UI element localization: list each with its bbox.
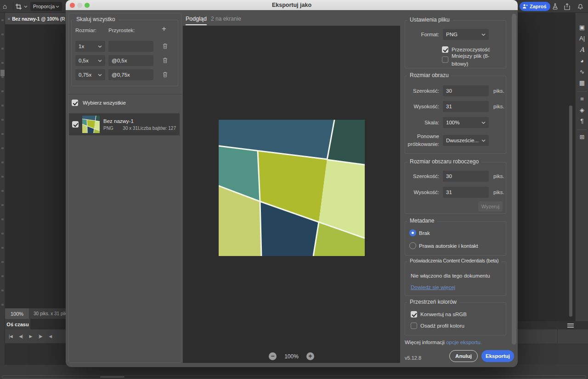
crop-tool-chevron-icon[interactable] xyxy=(24,6,28,8)
delete-scale-icon-2[interactable] xyxy=(162,57,168,64)
status-zoom[interactable]: 100% xyxy=(5,308,29,319)
embed-profile-row[interactable]: Osadź profil koloru xyxy=(411,323,464,329)
scale-size-dropdown-2[interactable]: 0,5x xyxy=(75,55,105,66)
learn-more-link[interactable]: Dowiedz się więcej xyxy=(411,284,455,290)
tools-panel[interactable] xyxy=(0,13,5,379)
cancel-button[interactable]: Anuluj xyxy=(449,350,478,362)
scale-suffix-input-1[interactable] xyxy=(108,41,153,52)
export-as-dialog: Eksportuj jako Skaluj wszystko Rozmiar: … xyxy=(66,0,518,367)
file-checkbox[interactable] xyxy=(72,121,79,128)
metadata-copyright-radio[interactable] xyxy=(409,242,416,249)
canvas-height-input[interactable]: 31 xyxy=(443,187,489,198)
dialog-left-panel: Skaluj wszystko Rozmiar: Przyrostek: + 1… xyxy=(66,10,183,366)
smaller-file-checkbox[interactable] xyxy=(442,56,448,63)
chevron-down-icon xyxy=(481,139,486,142)
select-all-checkbox[interactable] xyxy=(72,100,78,106)
timeline-body xyxy=(5,343,66,365)
format-dropdown[interactable]: PNG xyxy=(443,29,489,40)
delete-scale-icon-3[interactable] xyxy=(162,71,168,78)
canvas-width-label: Szerokość: xyxy=(405,173,439,179)
convert-srgb-checkbox[interactable] xyxy=(411,311,417,318)
character-panel-icon[interactable]: A| xyxy=(576,35,588,42)
properties-panel-icon[interactable]: ≡ xyxy=(576,96,588,102)
tab-preview[interactable]: Podgląd xyxy=(186,16,207,25)
image-size-section: Rozmiar obrazu Szerokość: 30 piks. Wysok… xyxy=(405,76,506,154)
select-all-row[interactable]: Wybierz wszystkie xyxy=(72,97,126,108)
layers-panel-icon[interactable]: ◈ xyxy=(576,107,588,113)
file-list-item[interactable]: Bez nazwy-1 PNG30 x 31Liczba bajtów: 127 xyxy=(69,113,180,135)
dialog-scrollbar-thumb[interactable] xyxy=(512,14,516,345)
export-options-link[interactable]: opcje eksportu. xyxy=(446,340,482,345)
delete-scale-icon-1[interactable] xyxy=(162,43,168,50)
tab-close-icon[interactable]: × xyxy=(7,16,10,22)
canvas-width-input[interactable]: 30 xyxy=(443,171,489,182)
proportion-dropdown[interactable]: Proporcja xyxy=(30,2,62,11)
metadata-section: Metadane Brak Prawa autorskie i kontakt xyxy=(405,221,506,256)
zoom-out-button[interactable]: − xyxy=(269,352,277,360)
metadata-none-row[interactable]: Brak xyxy=(409,229,430,236)
zoom-window-button[interactable] xyxy=(85,3,90,8)
color-panel-icon[interactable]: ◕ xyxy=(576,58,588,64)
beta-apps-icon[interactable] xyxy=(552,3,558,10)
scale-suffix-input-3[interactable]: @0,75x xyxy=(108,69,153,80)
file-name: Bez nazwy-1 xyxy=(103,118,176,124)
metadata-copyright-row[interactable]: Prawa autorskie i kontakt xyxy=(409,242,478,249)
tab-two-up[interactable]: 2 na ekranie xyxy=(211,16,241,22)
scale-dropdown[interactable]: 100% xyxy=(443,117,489,128)
embed-profile-checkbox[interactable] xyxy=(411,323,417,329)
image-width-input[interactable]: 30 xyxy=(443,85,489,96)
active-tool-highlight xyxy=(0,70,5,76)
canvas-width-unit: piks. xyxy=(493,173,504,179)
transparency-label: Przezroczystość xyxy=(452,47,490,52)
libraries-panel-icon[interactable]: ▣ xyxy=(576,24,588,31)
panel-menu-icon[interactable] xyxy=(567,323,574,328)
scale-size-dropdown-3[interactable]: 0,75x xyxy=(75,69,105,80)
previous-frame-button[interactable]: ◀| xyxy=(19,334,23,339)
glyphs-panel-icon[interactable]: A xyxy=(576,46,588,53)
transparency-row[interactable]: Przezroczystość xyxy=(442,46,490,53)
content-credentials-status: Nie włączono dla tego dokumentu xyxy=(411,273,490,279)
audio-button[interactable]: ◀ xyxy=(49,334,51,339)
bell-icon[interactable] xyxy=(577,3,583,10)
transparency-checkbox[interactable] xyxy=(442,46,448,53)
dialog-title-bar: Eksportuj jako xyxy=(66,0,518,10)
zoom-in-button[interactable]: + xyxy=(306,352,314,360)
invite-button[interactable]: Zaproś xyxy=(520,2,550,11)
go-to-first-frame-button[interactable]: |◀ xyxy=(9,334,12,339)
file-thumbnail xyxy=(82,116,100,133)
reset-button[interactable]: Wyzeruj xyxy=(478,201,503,212)
metadata-none-radio[interactable] xyxy=(409,229,416,236)
timeline-tab[interactable]: Oś czasu xyxy=(5,319,30,329)
home-icon[interactable]: ⌂ xyxy=(3,2,7,10)
next-frame-button[interactable]: |▶ xyxy=(39,334,42,339)
canvas-vertical-scrollbar[interactable] xyxy=(569,106,572,317)
scale-all-legend: Skaluj wszystko xyxy=(74,16,118,22)
minimize-window-button[interactable] xyxy=(77,3,82,8)
crop-tool-icon[interactable] xyxy=(16,4,22,10)
paths-panel-icon[interactable]: ∿ xyxy=(576,69,588,75)
resample-dropdown[interactable]: Dwuszeście... xyxy=(443,135,489,146)
image-height-input[interactable]: 31 xyxy=(443,101,489,112)
scale-all-section: Skaluj wszystko Rozmiar: Przyrostek: + 1… xyxy=(71,20,178,86)
bottom-right-panel xyxy=(518,321,588,365)
scale-size-dropdown-1[interactable]: 1x xyxy=(75,41,105,52)
close-window-button[interactable] xyxy=(70,3,75,8)
document-tab[interactable]: ×Bez nazwy-1 @ 100% (R xyxy=(5,13,66,24)
paragraph-panel-icon[interactable]: ¶ xyxy=(576,118,588,124)
export-button[interactable]: Eksportuj xyxy=(481,350,514,362)
add-scale-icon[interactable]: + xyxy=(162,24,166,33)
histogram-panel-icon[interactable]: ▦ xyxy=(576,80,588,86)
play-button[interactable]: ▶ xyxy=(29,334,32,339)
horizontal-scrollbar-thumb[interactable] xyxy=(100,376,124,378)
proportion-label: Proporcja xyxy=(33,4,55,9)
horizontal-scrollbar[interactable] xyxy=(2,375,586,379)
preview-zoom-controls: − 100% + xyxy=(183,352,400,360)
share-icon[interactable] xyxy=(564,3,570,10)
scale-suffix-input-2[interactable]: @0,5x xyxy=(108,55,153,66)
metadata-legend: Metadane xyxy=(407,217,437,224)
grid-panel-icon[interactable]: ⊞ xyxy=(576,134,588,140)
panel-strip-divider2 xyxy=(577,129,587,130)
convert-srgb-row[interactable]: Konwertuj na sRGB xyxy=(411,311,467,318)
preview-image[interactable] xyxy=(219,120,365,256)
embed-profile-label: Osadź profil koloru xyxy=(420,323,464,329)
